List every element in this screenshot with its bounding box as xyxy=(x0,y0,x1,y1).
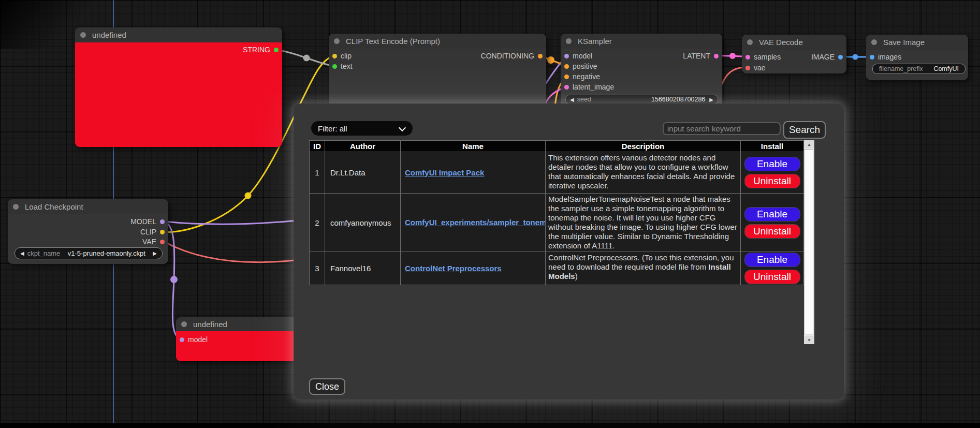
chevron-down-icon xyxy=(399,124,406,131)
node-title: Load Checkpoint xyxy=(25,202,83,211)
search-button[interactable]: Search xyxy=(783,121,826,139)
node-title: VAE Decode xyxy=(759,38,803,47)
output-label-model: MODEL xyxy=(130,217,156,226)
output-port-vae[interactable] xyxy=(160,240,165,244)
ext-author: Fannovel16 xyxy=(325,252,401,285)
node-collapse-dot[interactable] xyxy=(747,39,753,45)
ext-id: 3 xyxy=(310,252,325,285)
scrollbar[interactable]: ▲ ▼ xyxy=(804,140,814,344)
seed-widget[interactable]: ◀ seed 156680208700286 ▶ xyxy=(565,95,718,104)
output-port-string[interactable] xyxy=(274,48,279,52)
seed-value: 156680208700286 xyxy=(591,96,705,103)
extension-list-region: ID Author Name Description Install 1 Dr.… xyxy=(309,140,815,344)
header-author: Author xyxy=(325,141,401,152)
output-label-clip: CLIP xyxy=(140,228,156,236)
header-id: ID xyxy=(310,141,325,152)
output-label-image: IMAGE xyxy=(811,53,835,61)
output-port-clip[interactable] xyxy=(160,230,165,234)
node-collapse-dot[interactable] xyxy=(181,321,187,327)
node-collapse-dot[interactable] xyxy=(13,204,19,210)
table-header-row: ID Author Name Description Install xyxy=(310,141,804,152)
ext-description: ControlNet Preprocessors. (To use this e… xyxy=(546,252,741,285)
input-port-text[interactable] xyxy=(332,64,337,69)
arrow-left-icon[interactable]: ◀ xyxy=(20,250,24,256)
output-port-model[interactable] xyxy=(160,219,165,224)
filename-prefix-value: ComfyUI xyxy=(923,65,959,72)
node-title: KSampler xyxy=(578,37,612,46)
input-port-model[interactable] xyxy=(180,337,184,342)
output-port-conditioning[interactable] xyxy=(538,54,543,58)
ext-author: Dr.Lt.Data xyxy=(325,152,401,194)
reroute-dot-conditioning[interactable] xyxy=(547,56,554,64)
close-button[interactable]: Close xyxy=(309,378,345,395)
enable-button[interactable]: Enable xyxy=(744,157,800,171)
filter-selected-value: Filter: all xyxy=(318,124,347,133)
search-input[interactable] xyxy=(663,122,781,135)
ext-id: 1 xyxy=(310,152,325,194)
uninstall-button[interactable]: Uninstall xyxy=(744,270,800,284)
header-install: Install xyxy=(741,141,804,152)
output-port-image[interactable] xyxy=(838,55,843,60)
enable-button[interactable]: Enable xyxy=(744,207,800,222)
ext-name-link[interactable]: ControlNet Preprocessors xyxy=(405,264,502,273)
ext-name-link[interactable]: ComfyUI Impact Pack xyxy=(405,168,484,177)
reroute-dot-latent[interactable] xyxy=(729,53,736,59)
ext-description: This extension offers various detector n… xyxy=(546,152,741,194)
uninstall-button[interactable]: Uninstall xyxy=(744,224,800,239)
arrow-right-icon[interactable]: ▶ xyxy=(153,250,157,256)
node-clip-text-encode[interactable]: CLIP Text Encode (Prompt) clip text COND… xyxy=(329,34,546,109)
ckpt-name-widget[interactable]: ◀ ckpt_name v1-5-pruned-emaonly.ckpt ▶ xyxy=(14,247,163,259)
input-port-latent-image[interactable] xyxy=(564,85,569,90)
node-collapse-dot[interactable] xyxy=(871,39,877,45)
error-node-body xyxy=(75,42,282,147)
input-port-images[interactable] xyxy=(870,55,874,60)
manager-dialog: Filter: all Search ID Author Name Descri… xyxy=(294,104,844,400)
reroute-dot-clip[interactable] xyxy=(245,193,252,199)
filter-select[interactable]: Filter: all xyxy=(311,121,413,136)
output-label-vae: VAE xyxy=(142,238,156,246)
extension-row: 2 comfyanonymous ComfyUI_experiments/sam… xyxy=(310,194,804,252)
comfyui-canvas[interactable]: undefined STRING CLIP Text Encode (Promp… xyxy=(0,0,980,428)
output-label-string: STRING xyxy=(243,46,270,54)
wire-string xyxy=(277,50,333,66)
header-description: Description xyxy=(546,141,741,152)
node-undefined-top[interactable]: undefined STRING xyxy=(75,27,282,147)
node-title: Save Image xyxy=(883,38,925,47)
reroute-dot-image[interactable] xyxy=(853,54,858,60)
scroll-down-icon[interactable]: ▼ xyxy=(804,336,814,344)
arrow-right-icon[interactable]: ▶ xyxy=(709,97,713,102)
filename-prefix-widget[interactable]: filename_prefix ComfyUI xyxy=(872,64,966,74)
scroll-up-icon[interactable]: ▲ xyxy=(804,140,814,149)
node-ksampler[interactable]: KSampler model positive negative latent_… xyxy=(561,34,722,111)
node-vae-decode[interactable]: VAE Decode samples vae IMAGE xyxy=(742,35,846,73)
output-label-latent: LATENT xyxy=(683,52,710,60)
node-title: undefined xyxy=(92,31,126,39)
reroute-dot-model[interactable] xyxy=(170,276,178,283)
arrow-left-icon[interactable]: ◀ xyxy=(570,97,574,102)
uninstall-button[interactable]: Uninstall xyxy=(744,174,800,188)
ext-description: ModelSamplerTonemapNoiseTest a node that… xyxy=(546,194,741,252)
input-port-positive[interactable] xyxy=(564,64,569,69)
node-load-checkpoint[interactable]: Load Checkpoint MODEL CLIP VAE ◀ ckpt_na… xyxy=(8,199,168,264)
ext-id: 2 xyxy=(310,194,325,252)
node-collapse-dot[interactable] xyxy=(334,38,340,44)
node-collapse-dot[interactable] xyxy=(566,38,572,44)
node-title: undefined xyxy=(193,320,227,329)
ckpt-name-value: v1-5-pruned-emaonly.ckpt xyxy=(60,249,153,257)
canvas-bottom-edge xyxy=(0,423,980,428)
input-port-vae[interactable] xyxy=(745,66,750,70)
node-title: CLIP Text Encode (Prompt) xyxy=(346,37,440,46)
scrollbar-thumb[interactable] xyxy=(804,149,813,334)
ext-name-link[interactable]: ComfyUI_experiments/sampler_tonemap xyxy=(405,218,546,227)
node-collapse-dot[interactable] xyxy=(80,32,86,38)
extension-row: 1 Dr.Lt.Data ComfyUI Impact Pack This ex… xyxy=(310,152,804,194)
reroute-dot-string[interactable] xyxy=(303,55,310,62)
output-label-conditioning: CONDITIONING xyxy=(481,52,534,60)
input-port-negative[interactable] xyxy=(564,75,569,79)
extension-table: ID Author Name Description Install 1 Dr.… xyxy=(309,140,804,285)
enable-button[interactable]: Enable xyxy=(744,253,800,267)
header-name: Name xyxy=(401,141,546,152)
node-save-image[interactable]: Save Image images filename_prefix ComfyU… xyxy=(866,35,968,80)
output-port-latent[interactable] xyxy=(714,54,719,58)
extension-row: 3 Fannovel16 ControlNet Preprocessors Co… xyxy=(310,252,804,285)
